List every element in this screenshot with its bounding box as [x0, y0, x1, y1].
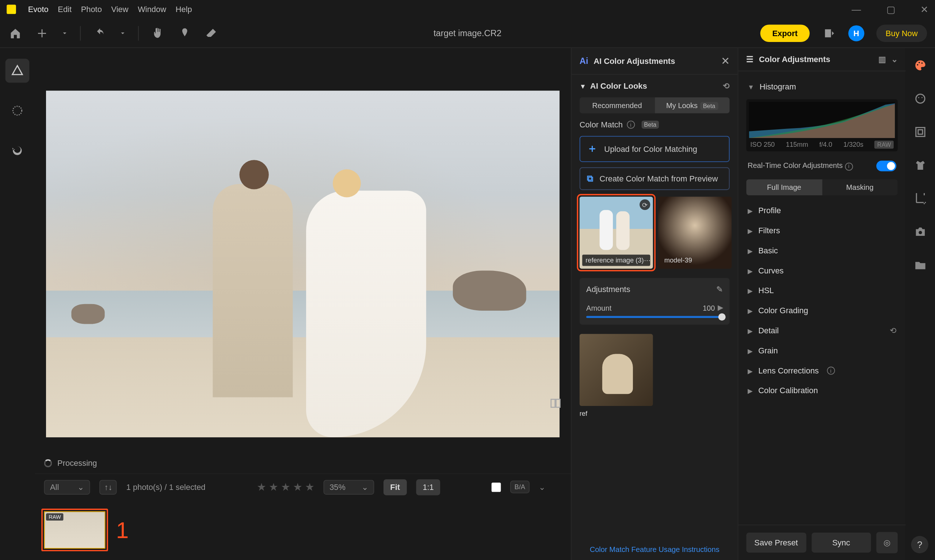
upload-color-match-button[interactable]: ＋ Upload for Color Matching	[580, 136, 730, 162]
reset-icon[interactable]: ⟲	[890, 326, 896, 335]
menu-photo[interactable]: Photo	[81, 5, 102, 14]
menu-window[interactable]: Window	[138, 5, 166, 14]
section-profile[interactable]: ▶Profile	[738, 201, 906, 221]
svg-rect-1	[551, 399, 555, 408]
current-filename: target image.CR2	[434, 28, 501, 38]
divider	[138, 26, 139, 40]
menu-edit[interactable]: Edit	[58, 5, 72, 14]
close-icon[interactable]: ✕	[721, 55, 730, 68]
svg-point-5	[921, 62, 923, 64]
seg-my-looks[interactable]: My LooksBeta	[655, 97, 729, 114]
crop-icon[interactable]	[912, 191, 929, 207]
clothing-icon[interactable]	[912, 157, 929, 174]
save-preset-button[interactable]: Save Preset	[746, 532, 806, 553]
seg-recommended[interactable]: Recommended	[580, 97, 655, 114]
info-icon[interactable]: i	[627, 121, 635, 129]
frame-icon[interactable]	[912, 124, 929, 140]
sync-icon[interactable]: ⟳	[639, 199, 650, 210]
section-hsl[interactable]: ▶HSL	[738, 281, 906, 301]
layout-icon[interactable]: ▥	[878, 55, 886, 64]
app-logo-icon	[6, 5, 16, 14]
export-button[interactable]: Export	[760, 25, 810, 42]
section-color-grading[interactable]: ▶Color Grading	[738, 301, 906, 321]
amount-slider[interactable]	[586, 316, 723, 318]
reference-thumb	[580, 334, 653, 406]
chevron-down-icon[interactable]: ▼	[580, 83, 586, 90]
section-calibration[interactable]: ▶Color Calibration	[738, 381, 906, 401]
realtime-label: Real-Time Color Adjustments	[748, 162, 843, 169]
history-tool-icon[interactable]	[6, 139, 29, 163]
window-close-icon[interactable]: ✕	[920, 4, 929, 15]
section-detail[interactable]: ▶Detail⟲	[738, 320, 906, 341]
app-brand[interactable]: Evoto	[28, 5, 49, 14]
seg-masking[interactable]: Masking	[822, 179, 898, 195]
rating-stars[interactable]: ★★★★★	[257, 481, 314, 494]
section-grain[interactable]: ▶Grain	[738, 341, 906, 361]
svg-rect-10	[918, 129, 923, 134]
amount-label: Amount	[586, 304, 612, 312]
svg-point-0	[13, 106, 22, 115]
reference-card-2[interactable]: model-39	[658, 197, 732, 269]
sync-button[interactable]: Sync	[811, 532, 871, 553]
sync-settings-icon[interactable]: ◎	[876, 532, 897, 553]
info-icon[interactable]: i	[845, 162, 853, 171]
seg-full-image[interactable]: Full Image	[746, 179, 822, 195]
filter-dropdown[interactable]: All⌄	[44, 480, 91, 494]
zoom-dropdown[interactable]: 35%⌄	[323, 480, 374, 494]
compare-view-icon[interactable]	[550, 397, 562, 409]
add-dropdown-icon[interactable]	[62, 26, 68, 40]
refresh-icon[interactable]: ⟲	[723, 82, 729, 91]
section-basic[interactable]: ▶Basic	[738, 241, 906, 261]
meta-raw: RAW	[874, 140, 893, 149]
menu-view[interactable]: View	[111, 5, 128, 14]
reference-name: reference image (3)	[585, 257, 644, 264]
zoom-fit-button[interactable]: Fit	[384, 479, 407, 495]
portrait-tool-icon[interactable]	[6, 98, 29, 123]
camera-icon[interactable]	[912, 224, 929, 240]
undo-icon[interactable]	[93, 26, 107, 40]
buy-now-button[interactable]: Buy Now	[876, 25, 927, 42]
face-retouch-icon[interactable]	[912, 91, 929, 106]
thumbnail-selected[interactable]: RAW	[41, 509, 108, 551]
user-avatar[interactable]: H	[849, 25, 864, 41]
photo-count: 1 photo(s) / 1 selected	[126, 482, 206, 492]
undo-dropdown-icon[interactable]	[119, 26, 126, 40]
background-color-chip[interactable]	[492, 482, 501, 492]
section-filters[interactable]: ▶Filters	[738, 220, 906, 241]
add-icon[interactable]	[35, 26, 49, 40]
reference-name: model-39	[664, 257, 692, 264]
reference-card-3[interactable]: ref	[580, 334, 653, 419]
more-icon[interactable]: ⋯	[644, 257, 650, 264]
info-icon[interactable]: i	[827, 366, 835, 375]
chevron-down-icon[interactable]: ⌄	[891, 55, 898, 64]
menu-help[interactable]: Help	[176, 5, 192, 14]
beta-badge: Beta	[641, 121, 659, 129]
chevron-down-icon: ⌄	[77, 482, 84, 492]
export-queue-icon[interactable]	[822, 26, 836, 40]
eraser-tool-icon[interactable]	[204, 26, 219, 40]
home-icon[interactable]	[8, 26, 23, 40]
pin-tool-icon[interactable]	[177, 26, 192, 40]
svg-rect-9	[916, 128, 925, 136]
reference-card-1[interactable]: ⟳ reference image (3)⋯	[580, 197, 653, 269]
image-canvas[interactable]	[35, 48, 571, 453]
window-maximize-icon[interactable]: ▢	[886, 4, 895, 15]
create-color-match-button[interactable]: ⧉ Create Color Match from Preview	[580, 167, 730, 190]
section-lens[interactable]: ▶Lens Corrections i	[738, 361, 906, 381]
hand-tool-icon[interactable]	[151, 26, 165, 40]
window-minimize-icon[interactable]: —	[852, 4, 861, 15]
section-curves[interactable]: ▶Curves	[738, 261, 906, 281]
edit-icon[interactable]: ✎	[716, 285, 723, 294]
section-histogram[interactable]: ▼Histogram	[738, 77, 906, 97]
color-palette-icon[interactable]	[912, 57, 929, 73]
chevron-right-icon[interactable]: ▶	[718, 303, 723, 312]
folder-icon[interactable]	[912, 257, 929, 274]
realtime-toggle[interactable]	[876, 161, 896, 171]
help-icon[interactable]: ?	[911, 536, 928, 553]
adjust-tool-icon[interactable]	[6, 59, 29, 83]
chevron-down-icon[interactable]: ⌄	[539, 482, 545, 492]
instructions-link[interactable]: Color Match Feature Usage Instructions	[590, 545, 719, 554]
before-after-button[interactable]: B/A	[511, 481, 529, 494]
sort-button[interactable]: ↑↓	[100, 480, 117, 494]
zoom-1to1-button[interactable]: 1:1	[416, 479, 441, 495]
